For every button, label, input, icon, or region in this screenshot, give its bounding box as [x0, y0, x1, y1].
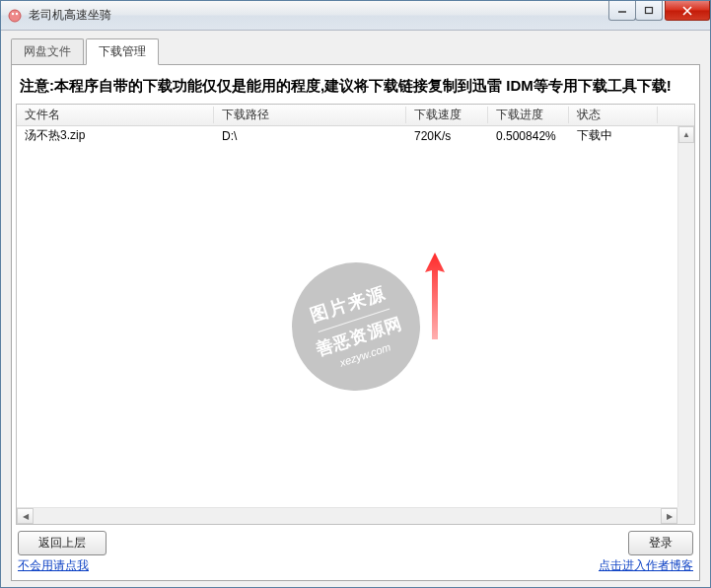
bottom-bar: 返回上层 登录: [16, 525, 695, 555]
table-row[interactable]: 汤不热3.zip D:\ 720K/s 0.500842% 下载中: [17, 126, 694, 146]
tab-download-manager[interactable]: 下载管理: [86, 38, 159, 65]
scroll-left-icon[interactable]: ◀: [17, 508, 34, 524]
svg-point-0: [9, 10, 21, 22]
horizontal-scrollbar[interactable]: ◀ ▶: [17, 507, 677, 524]
window-controls: [609, 1, 710, 21]
link-row: 不会用请点我 点击进入作者博客: [16, 555, 695, 574]
download-table: 文件名 下载路径 下载速度 下载进度 状态 汤不热3.zip D:\ 720K/…: [16, 104, 695, 525]
col-header-path[interactable]: 下载路径: [214, 107, 406, 123]
scroll-up-icon[interactable]: ▲: [678, 126, 694, 143]
close-button[interactable]: [665, 1, 710, 21]
warning-text: 注意:本程序自带的下载功能仅仅是能用的程度,建议将下载链接复制到迅雷 IDM等专…: [16, 71, 695, 104]
help-link[interactable]: 不会用请点我: [18, 557, 89, 574]
col-header-speed[interactable]: 下载速度: [406, 107, 488, 123]
maximize-button[interactable]: [635, 1, 663, 21]
tab-netdisk-files[interactable]: 网盘文件: [11, 38, 84, 64]
table-header: 文件名 下载路径 下载速度 下载进度 状态: [17, 105, 694, 126]
svg-rect-4: [646, 7, 653, 13]
minimize-button[interactable]: [608, 1, 636, 21]
scroll-right-icon[interactable]: ▶: [661, 508, 677, 524]
col-header-status[interactable]: 状态: [569, 107, 658, 123]
vertical-scrollbar[interactable]: ▲ ▼: [677, 126, 694, 524]
cell-path: D:\: [214, 129, 406, 143]
col-header-progress[interactable]: 下载进度: [488, 107, 569, 123]
app-icon: [7, 8, 23, 24]
login-button[interactable]: 登录: [628, 531, 693, 555]
tab-strip: 网盘文件 下载管理: [11, 40, 700, 64]
watermark-line3: xezyw.com: [337, 341, 391, 369]
window-title: 老司机高速坐骑: [29, 7, 111, 24]
watermark-line1: 图片来源: [307, 281, 390, 329]
titlebar[interactable]: 老司机高速坐骑: [1, 1, 710, 31]
cell-progress: 0.500842%: [488, 129, 569, 143]
svg-point-1: [12, 12, 14, 14]
svg-point-2: [16, 12, 18, 14]
download-panel: 注意:本程序自带的下载功能仅仅是能用的程度,建议将下载链接复制到迅雷 IDM等专…: [11, 64, 700, 581]
cell-speed: 720K/s: [406, 129, 488, 143]
watermark: 图片来源 善恶资源网 xezyw.com: [275, 246, 437, 407]
cell-status: 下载中: [569, 127, 658, 144]
app-window: 老司机高速坐骑 网盘文件 下载管理 注意:本程序自带的下载功能仅仅是能用的程度,…: [0, 0, 711, 588]
watermark-line2: 善恶资源网: [313, 312, 404, 361]
client-area: 网盘文件 下载管理 注意:本程序自带的下载功能仅仅是能用的程度,建议将下载链接复…: [1, 31, 710, 587]
annotation-arrow-icon: [423, 253, 447, 344]
col-header-filename[interactable]: 文件名: [17, 107, 214, 123]
author-blog-link[interactable]: 点击进入作者博客: [599, 557, 693, 574]
back-button[interactable]: 返回上层: [18, 531, 107, 555]
cell-filename: 汤不热3.zip: [17, 127, 214, 144]
